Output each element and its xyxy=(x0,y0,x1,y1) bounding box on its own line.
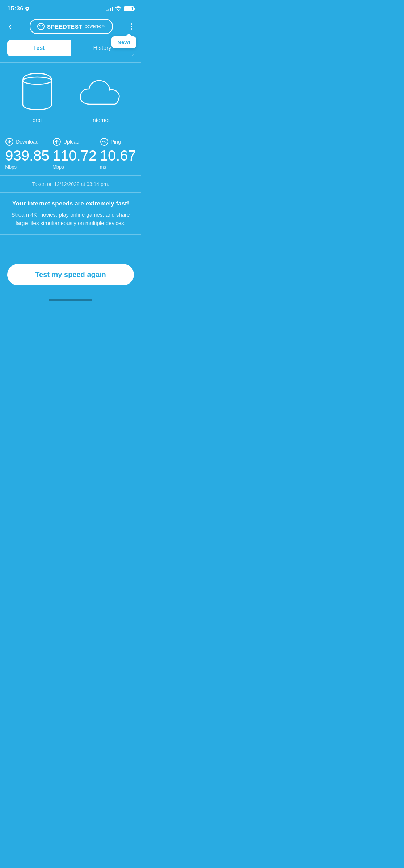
upload-icon xyxy=(52,137,61,146)
ping-value: 10.67 xyxy=(100,148,136,163)
test-button-container: Test my speed again xyxy=(0,258,141,296)
devices-row: orbi Internet xyxy=(0,63,141,130)
status-icons xyxy=(106,6,134,11)
ping-label: Ping xyxy=(111,139,121,145)
home-indicator xyxy=(0,296,141,305)
download-icon xyxy=(5,137,14,146)
new-tooltip: New! xyxy=(111,36,136,48)
ping-stat: Ping 10.67 ms xyxy=(100,137,136,170)
ping-unit: ms xyxy=(100,164,106,170)
signal-bars xyxy=(106,6,113,11)
upload-unit: Mbps xyxy=(52,164,64,170)
status-bar: 15:36 xyxy=(0,0,141,15)
svg-point-1 xyxy=(23,77,52,84)
router-label: orbi xyxy=(33,117,42,123)
speedtest-logo-text: SPEEDTEST xyxy=(47,24,83,30)
router-device: orbi xyxy=(16,66,59,123)
upload-stat: Upload 110.72 Mbps xyxy=(52,137,97,170)
speedtest-logo-icon xyxy=(37,22,45,30)
upload-value: 110.72 xyxy=(52,148,97,163)
bottom-spacer xyxy=(0,235,141,258)
cloud-label: Internet xyxy=(91,117,110,123)
test-speed-button[interactable]: Test my speed again xyxy=(7,264,134,285)
header: ‹ SPEEDTEST powered™ New! xyxy=(0,15,141,40)
download-stat: Download 939.85 Mbps xyxy=(5,137,49,170)
timestamp-row: Taken on 12/12/2022 at 03:14 pm. xyxy=(0,175,141,193)
home-bar xyxy=(49,299,92,301)
message-section: Your internet speeds are extremely fast!… xyxy=(0,193,141,235)
timestamp-text: Taken on 12/12/2022 at 03:14 pm. xyxy=(32,181,109,187)
back-button[interactable]: ‹ xyxy=(7,20,13,33)
speedtest-logo-powered: powered™ xyxy=(85,24,106,29)
speedtest-logo: SPEEDTEST powered™ xyxy=(30,19,113,34)
orbi-router-icon xyxy=(16,66,59,113)
tab-test[interactable]: Test xyxy=(7,40,71,56)
message-title: Your internet speeds are extremely fast! xyxy=(7,200,134,207)
stats-row: Download 939.85 Mbps Upload 110.72 Mbps … xyxy=(0,130,141,175)
battery-icon xyxy=(124,6,134,11)
internet-device: Internet xyxy=(75,77,126,123)
download-value: 939.85 xyxy=(5,148,49,163)
cloud-icon xyxy=(75,77,126,113)
download-label: Download xyxy=(16,139,38,145)
status-time: 15:36 xyxy=(7,5,24,12)
more-menu-button[interactable] xyxy=(130,22,134,31)
upload-label: Upload xyxy=(63,139,79,145)
ping-icon xyxy=(100,137,109,146)
message-body: Stream 4K movies, play online games, and… xyxy=(7,211,134,227)
download-unit: Mbps xyxy=(5,164,17,170)
wifi-icon xyxy=(115,6,122,11)
location-icon xyxy=(25,7,29,11)
